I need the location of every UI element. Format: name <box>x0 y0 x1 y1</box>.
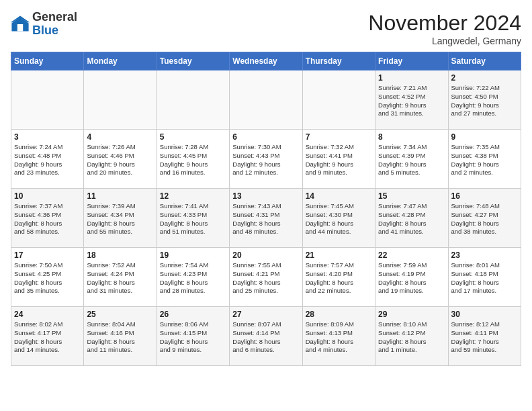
calendar-cell: 5Sunrise: 7:28 AM Sunset: 4:45 PM Daylig… <box>157 130 229 189</box>
day-info: Sunrise: 7:59 AM Sunset: 4:19 PM Dayligh… <box>378 261 445 295</box>
day-info: Sunrise: 8:04 AM Sunset: 4:16 PM Dayligh… <box>87 320 153 355</box>
calendar-cell: 13Sunrise: 7:43 AM Sunset: 4:31 PM Dayli… <box>230 189 302 248</box>
day-number: 26 <box>160 310 226 319</box>
day-number: 18 <box>87 250 153 260</box>
day-info: Sunrise: 8:06 AM Sunset: 4:15 PM Dayligh… <box>160 320 226 355</box>
logo: General Blue <box>11 11 77 38</box>
day-info: Sunrise: 7:50 AM Sunset: 4:25 PM Dayligh… <box>14 261 81 295</box>
calendar-week-0: 1Sunrise: 7:21 AM Sunset: 4:52 PM Daylig… <box>11 71 521 130</box>
day-number: 29 <box>378 310 445 319</box>
calendar-week-4: 24Sunrise: 8:02 AM Sunset: 4:17 PM Dayli… <box>11 307 521 366</box>
day-info: Sunrise: 7:28 AM Sunset: 4:45 PM Dayligh… <box>160 143 226 177</box>
month-title: November 2024 <box>368 11 521 36</box>
calendar-cell: 4Sunrise: 7:26 AM Sunset: 4:46 PM Daylig… <box>84 130 157 189</box>
day-number: 2 <box>451 73 518 83</box>
calendar-cell: 26Sunrise: 8:06 AM Sunset: 4:15 PM Dayli… <box>157 307 229 366</box>
day-number: 16 <box>451 191 518 201</box>
day-number: 30 <box>451 310 518 319</box>
svg-rect-2 <box>17 24 23 32</box>
calendar-cell: 7Sunrise: 7:32 AM Sunset: 4:41 PM Daylig… <box>302 130 375 189</box>
day-number: 25 <box>87 310 153 319</box>
day-number: 23 <box>451 250 518 260</box>
day-number: 22 <box>378 250 445 260</box>
calendar-cell: 12Sunrise: 7:41 AM Sunset: 4:33 PM Dayli… <box>157 189 229 248</box>
day-number: 3 <box>14 132 81 142</box>
day-number: 4 <box>87 132 153 142</box>
day-info: Sunrise: 8:09 AM Sunset: 4:13 PM Dayligh… <box>306 320 372 355</box>
title-block: November 2024 Langwedel, Germany <box>368 11 521 46</box>
day-info: Sunrise: 7:21 AM Sunset: 4:52 PM Dayligh… <box>378 84 445 118</box>
calendar-cell: 16Sunrise: 7:48 AM Sunset: 4:27 PM Dayli… <box>448 189 521 248</box>
day-number: 12 <box>160 191 226 201</box>
calendar-cell: 18Sunrise: 7:52 AM Sunset: 4:24 PM Dayli… <box>84 248 157 307</box>
calendar-cell: 19Sunrise: 7:54 AM Sunset: 4:23 PM Dayli… <box>157 248 229 307</box>
day-info: Sunrise: 7:34 AM Sunset: 4:39 PM Dayligh… <box>378 143 445 177</box>
calendar-cell: 24Sunrise: 8:02 AM Sunset: 4:17 PM Dayli… <box>11 307 84 366</box>
day-number: 10 <box>14 191 81 201</box>
calendar-cell <box>302 71 375 130</box>
day-info: Sunrise: 8:01 AM Sunset: 4:18 PM Dayligh… <box>451 261 518 295</box>
day-info: Sunrise: 7:45 AM Sunset: 4:30 PM Dayligh… <box>306 202 372 236</box>
header-saturday: Saturday <box>448 52 521 71</box>
page-header: General Blue November 2024 Langwedel, Ge… <box>11 11 521 46</box>
calendar-header-row: SundayMondayTuesdayWednesdayThursdayFrid… <box>11 52 521 71</box>
calendar-cell: 1Sunrise: 7:21 AM Sunset: 4:52 PM Daylig… <box>375 71 448 130</box>
day-info: Sunrise: 7:52 AM Sunset: 4:24 PM Dayligh… <box>87 261 153 295</box>
calendar-cell: 10Sunrise: 7:37 AM Sunset: 4:36 PM Dayli… <box>11 189 84 248</box>
day-info: Sunrise: 7:37 AM Sunset: 4:36 PM Dayligh… <box>14 202 81 236</box>
day-info: Sunrise: 7:35 AM Sunset: 4:38 PM Dayligh… <box>451 143 518 177</box>
calendar-cell: 20Sunrise: 7:55 AM Sunset: 4:21 PM Dayli… <box>230 248 302 307</box>
calendar-cell: 2Sunrise: 7:22 AM Sunset: 4:50 PM Daylig… <box>448 71 521 130</box>
day-info: Sunrise: 8:02 AM Sunset: 4:17 PM Dayligh… <box>14 320 81 355</box>
day-info: Sunrise: 7:43 AM Sunset: 4:31 PM Dayligh… <box>232 202 299 236</box>
day-number: 7 <box>306 132 372 142</box>
day-number: 24 <box>14 310 81 319</box>
day-info: Sunrise: 7:32 AM Sunset: 4:41 PM Dayligh… <box>306 143 372 177</box>
calendar-week-3: 17Sunrise: 7:50 AM Sunset: 4:25 PM Dayli… <box>11 248 521 307</box>
day-number: 1 <box>378 73 445 83</box>
calendar-cell: 21Sunrise: 7:57 AM Sunset: 4:20 PM Dayli… <box>302 248 375 307</box>
header-sunday: Sunday <box>11 52 84 71</box>
calendar-cell: 17Sunrise: 7:50 AM Sunset: 4:25 PM Dayli… <box>11 248 84 307</box>
calendar-cell: 30Sunrise: 8:12 AM Sunset: 4:11 PM Dayli… <box>448 307 521 366</box>
calendar-cell: 27Sunrise: 8:07 AM Sunset: 4:14 PM Dayli… <box>230 307 302 366</box>
calendar-cell: 29Sunrise: 8:10 AM Sunset: 4:12 PM Dayli… <box>375 307 448 366</box>
calendar-cell: 15Sunrise: 7:47 AM Sunset: 4:28 PM Dayli… <box>375 189 448 248</box>
calendar-cell: 9Sunrise: 7:35 AM Sunset: 4:38 PM Daylig… <box>448 130 521 189</box>
day-number: 19 <box>160 250 226 260</box>
day-number: 15 <box>378 191 445 201</box>
day-info: Sunrise: 7:24 AM Sunset: 4:48 PM Dayligh… <box>14 143 81 177</box>
day-info: Sunrise: 7:47 AM Sunset: 4:28 PM Dayligh… <box>378 202 445 236</box>
header-tuesday: Tuesday <box>157 52 229 71</box>
calendar-body: 1Sunrise: 7:21 AM Sunset: 4:52 PM Daylig… <box>11 71 521 366</box>
calendar-cell: 8Sunrise: 7:34 AM Sunset: 4:39 PM Daylig… <box>375 130 448 189</box>
day-info: Sunrise: 7:41 AM Sunset: 4:33 PM Dayligh… <box>160 202 226 236</box>
calendar-cell <box>157 71 229 130</box>
day-number: 14 <box>306 191 372 201</box>
location: Langwedel, Germany <box>368 36 521 46</box>
calendar-cell <box>11 71 84 130</box>
calendar-week-2: 10Sunrise: 7:37 AM Sunset: 4:36 PM Dayli… <box>11 189 521 248</box>
day-info: Sunrise: 7:30 AM Sunset: 4:43 PM Dayligh… <box>232 143 299 177</box>
header-friday: Friday <box>375 52 448 71</box>
calendar-cell: 3Sunrise: 7:24 AM Sunset: 4:48 PM Daylig… <box>11 130 84 189</box>
day-info: Sunrise: 7:22 AM Sunset: 4:50 PM Dayligh… <box>451 84 518 118</box>
calendar-cell: 28Sunrise: 8:09 AM Sunset: 4:13 PM Dayli… <box>302 307 375 366</box>
day-info: Sunrise: 7:39 AM Sunset: 4:34 PM Dayligh… <box>87 202 153 236</box>
day-number: 21 <box>306 250 372 260</box>
day-number: 6 <box>232 132 299 142</box>
calendar-cell: 25Sunrise: 8:04 AM Sunset: 4:16 PM Dayli… <box>84 307 157 366</box>
calendar-cell: 14Sunrise: 7:45 AM Sunset: 4:30 PM Dayli… <box>302 189 375 248</box>
day-number: 9 <box>451 132 518 142</box>
calendar-cell: 23Sunrise: 8:01 AM Sunset: 4:18 PM Dayli… <box>448 248 521 307</box>
day-info: Sunrise: 7:48 AM Sunset: 4:27 PM Dayligh… <box>451 202 518 236</box>
day-info: Sunrise: 7:26 AM Sunset: 4:46 PM Dayligh… <box>87 143 153 177</box>
day-number: 20 <box>232 250 299 260</box>
day-number: 13 <box>232 191 299 201</box>
day-number: 11 <box>87 191 153 201</box>
day-info: Sunrise: 7:57 AM Sunset: 4:20 PM Dayligh… <box>306 261 372 295</box>
day-number: 28 <box>306 310 372 319</box>
day-number: 27 <box>232 310 299 319</box>
calendar-cell: 22Sunrise: 7:59 AM Sunset: 4:19 PM Dayli… <box>375 248 448 307</box>
day-number: 17 <box>14 250 81 260</box>
